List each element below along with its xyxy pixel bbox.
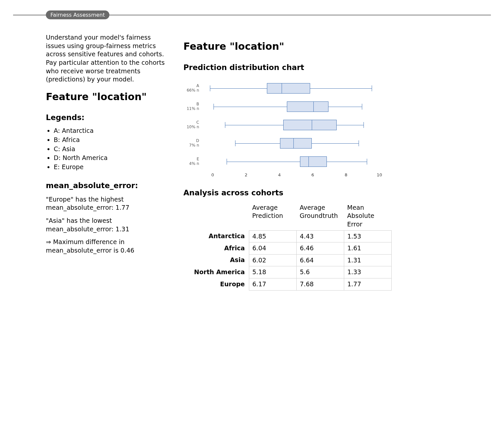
cell-avg_gt: 5.6 bbox=[296, 266, 344, 278]
whisker-cap bbox=[364, 122, 364, 128]
cell-avg_pred: 5.18 bbox=[249, 266, 296, 278]
section-pill: Fairness Assessment bbox=[46, 10, 109, 19]
cell-avg_pred: 6.02 bbox=[249, 254, 296, 266]
x-axis: 0246810 bbox=[204, 171, 388, 179]
whisker-cap bbox=[372, 85, 372, 91]
boxplot-ylabel: A66% n bbox=[183, 84, 202, 93]
boxplot-track bbox=[202, 134, 393, 152]
boxplot-chart: A66% nB11% nC10% nD7% nE4% n0246810 bbox=[183, 79, 393, 179]
cell-avg_gt: 6.46 bbox=[296, 242, 344, 255]
cell-mae: 1.31 bbox=[344, 254, 391, 266]
box-iqr bbox=[300, 156, 327, 167]
cell-avg_pred: 6.17 bbox=[249, 278, 296, 291]
box-iqr bbox=[283, 120, 337, 130]
left-feature-title: Feature "location" bbox=[46, 90, 170, 104]
right-feature-title: Feature "location" bbox=[183, 40, 413, 53]
x-tick: 8 bbox=[345, 172, 347, 178]
boxplot-row: A66% n bbox=[183, 79, 393, 98]
cell-avg_pred: 6.04 bbox=[249, 242, 296, 255]
cell-avg_gt: 4.43 bbox=[296, 230, 344, 242]
cell-mae: 1.53 bbox=[344, 230, 391, 242]
cell-mae: 1.61 bbox=[344, 242, 391, 255]
median-line bbox=[312, 120, 312, 130]
legend-item: A: Antarctica bbox=[54, 127, 170, 135]
whisker-cap bbox=[227, 159, 227, 165]
left-column: Understand your model's fairness issues … bbox=[46, 33, 170, 291]
x-tick: 10 bbox=[377, 172, 382, 178]
row-label: North America bbox=[183, 266, 249, 278]
section-header: Fairness Assessment bbox=[13, 10, 491, 10]
right-column: Feature "location" Prediction distributi… bbox=[183, 33, 413, 291]
whisker-cap bbox=[367, 159, 367, 165]
median-line bbox=[313, 101, 314, 112]
table-row: North America5.185.61.33 bbox=[183, 266, 391, 278]
boxplot-track bbox=[202, 152, 393, 171]
table-row: Asia6.026.641.31 bbox=[183, 254, 391, 266]
metric-heading: mean_absolute_error: bbox=[46, 181, 170, 191]
box-iqr bbox=[280, 138, 312, 149]
boxplot-row: B11% n bbox=[183, 98, 393, 116]
col-avg-gt: Average Groundtruth bbox=[296, 202, 344, 230]
boxplot-ylabel: C10% n bbox=[183, 120, 202, 130]
cohort-table: Average Prediction Average Groundtruth M… bbox=[183, 202, 392, 291]
median-line bbox=[293, 138, 294, 149]
legends-heading: Legends: bbox=[46, 113, 170, 123]
table-heading: Analysis across cohorts bbox=[183, 188, 413, 198]
legend-list: A: Antarctica B: Africa C: Asia D: North… bbox=[54, 127, 170, 171]
whisker-cap bbox=[225, 122, 225, 128]
table-row: Africa6.046.461.61 bbox=[183, 242, 391, 255]
whisker-cap bbox=[214, 104, 214, 110]
metric-lowest: "Asia" has the lowest mean_absolute_erro… bbox=[46, 217, 170, 233]
boxplot-track bbox=[202, 98, 393, 116]
box-iqr bbox=[287, 101, 328, 112]
cell-mae: 1.33 bbox=[344, 266, 391, 278]
whisker-cap bbox=[235, 140, 235, 146]
cell-avg_pred: 4.85 bbox=[249, 230, 296, 242]
cell-mae: 1.77 bbox=[344, 278, 391, 291]
median-line bbox=[282, 83, 282, 94]
whisker-line bbox=[227, 162, 367, 162]
row-label: Antarctica bbox=[183, 230, 249, 242]
col-blank bbox=[183, 202, 249, 230]
row-label: Europe bbox=[183, 278, 249, 291]
boxplot-row: C10% n bbox=[183, 116, 393, 134]
metric-highest: "Europe" has the highest mean_absolute_e… bbox=[46, 195, 170, 212]
row-label: Asia bbox=[183, 254, 249, 266]
chart-heading: Prediction distribution chart bbox=[183, 62, 413, 73]
boxplot-ylabel: B11% n bbox=[183, 102, 202, 111]
median-line bbox=[308, 156, 309, 167]
table-row: Europe6.177.681.77 bbox=[183, 278, 391, 291]
table-row: Antarctica4.854.431.53 bbox=[183, 230, 391, 242]
metric-maxdiff: ⇒ Maximum difference in mean_absolute_er… bbox=[46, 238, 170, 255]
whisker-cap bbox=[210, 85, 210, 91]
x-tick: 4 bbox=[278, 172, 281, 178]
x-tick: 2 bbox=[245, 172, 247, 178]
whisker-cap bbox=[359, 140, 359, 146]
x-tick: 0 bbox=[211, 172, 214, 178]
intro-paragraph: Understand your model's fairness issues … bbox=[46, 33, 170, 84]
boxplot-row: E4% n bbox=[183, 152, 393, 171]
cell-avg_gt: 6.64 bbox=[296, 254, 344, 266]
cell-avg_gt: 7.68 bbox=[296, 278, 344, 291]
whisker-cap bbox=[362, 104, 362, 110]
boxplot-row: D7% n bbox=[183, 134, 393, 152]
row-label: Africa bbox=[183, 242, 249, 255]
x-tick: 6 bbox=[311, 172, 314, 178]
box-iqr bbox=[267, 83, 310, 94]
legend-item: E: Europe bbox=[54, 163, 170, 171]
boxplot-track bbox=[202, 116, 393, 134]
legend-item: B: Africa bbox=[54, 136, 170, 144]
boxplot-ylabel: D7% n bbox=[183, 139, 202, 148]
col-avg-pred: Average Prediction bbox=[249, 202, 296, 230]
boxplot-ylabel: E4% n bbox=[183, 157, 202, 166]
legend-item: C: Asia bbox=[54, 145, 170, 153]
col-mae: Mean Absolute Error bbox=[344, 202, 391, 230]
boxplot-track bbox=[202, 79, 393, 98]
legend-item: D: North America bbox=[54, 154, 170, 162]
